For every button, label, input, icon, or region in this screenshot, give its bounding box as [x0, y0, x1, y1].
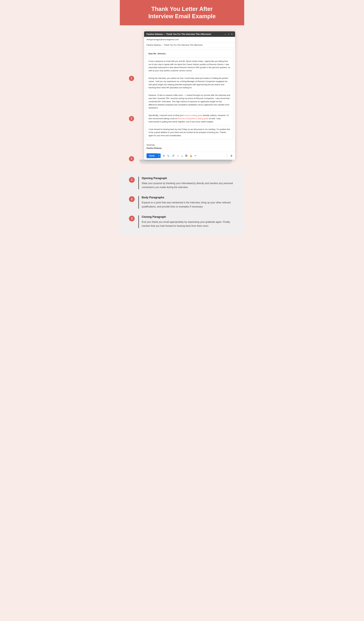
to-field: hiringnmanager@resumegenius.com — [144, 37, 235, 42]
emoji-icon[interactable]: ☺ — [177, 154, 179, 157]
email-body: Dear Ms. Johnson, It was a pleasure to m… — [146, 50, 233, 140]
email-toolbar: Send ▾ A 📎 🔗 ☺ △ 🖼 🔒 ✏ — [144, 152, 235, 160]
close-icon[interactable]: ✕ — [231, 33, 233, 35]
badge-2: 2 — [129, 116, 134, 121]
explanation-number-1: 1 — [129, 177, 135, 183]
pen-icon[interactable]: ✏ — [195, 154, 197, 157]
explanation-title-2: Body Paragraphs — [142, 196, 235, 199]
email-signature: Sincerely, Pauline Delaney — [144, 142, 235, 152]
explanation-text-2: Expand on a point that was mentioned in … — [142, 201, 235, 209]
badge-1: 1 — [129, 76, 134, 81]
maximize-icon[interactable]: ⤢ — [228, 33, 229, 35]
link-icon[interactable]: 🔗 — [172, 154, 175, 157]
font-icon[interactable]: A — [163, 154, 165, 157]
companion-writing-guide-link[interactable]: Resume Companion's writing guide — [177, 117, 208, 120]
attach-icon[interactable]: 📎 — [167, 154, 170, 157]
trash-icon[interactable]: 🗑 — [230, 154, 233, 157]
explanation-title-1: Opening Paragraph — [142, 177, 235, 180]
explanation-content-1: Opening Paragraph State your purpose by … — [138, 177, 235, 190]
resume-writing-guide-link[interactable]: resume writing guide — [184, 114, 202, 117]
email-greeting: Dear Ms. Johnson, — [148, 52, 231, 58]
minimize-icon[interactable]: — — [224, 33, 226, 35]
main-content: 1 2 3 Pauline Delaney — Thank You For Th… — [120, 25, 244, 171]
explanation-text-1: State your purpose by thanking your inte… — [142, 181, 235, 190]
explanation-content-3: Closing Paragraph End your thank you ema… — [138, 215, 235, 228]
email-paragraph-3: I look forward to hearing back by next F… — [148, 128, 231, 137]
laptop-bottom — [139, 160, 232, 163]
email-mockup: Pauline Delaney — Thank You For The Inte… — [144, 31, 235, 160]
email-paragraph-2c: Specifically, I learned much of what you… — [148, 114, 231, 126]
sender-name: Pauline Delaney — [146, 147, 233, 150]
send-button[interactable]: Send — [146, 153, 157, 158]
page-header: Thank You Letter After Interview Email E… — [120, 0, 244, 25]
photo-icon[interactable]: 🖼 — [185, 154, 188, 157]
email-paragraph-1: It was a pleasure to meet with you and M… — [148, 60, 231, 75]
send-dropdown-button[interactable]: ▾ — [157, 154, 161, 158]
explanation-item-3: 3 Closing Paragraph End your thank you e… — [129, 215, 235, 228]
toolbar-right: ⋮ 🗑 — [225, 154, 233, 157]
explanation-number-3: 3 — [129, 216, 135, 221]
badge-3: 3 — [129, 156, 134, 161]
explanation-number-2: 2 — [129, 196, 135, 202]
lock-icon[interactable]: 🔒 — [190, 154, 192, 157]
explanations-section: 1 Opening Paragraph State your purpose b… — [120, 171, 244, 236]
page-title: Thank You Letter After Interview Email E… — [129, 5, 235, 20]
subject-field: Pauline Delaney — Thank You For The Inte… — [144, 42, 235, 48]
more-options-icon[interactable]: ⋮ — [225, 154, 228, 157]
explanation-item-1: 1 Opening Paragraph State your purpose b… — [129, 177, 235, 190]
toolbar-icons: A 📎 🔗 ☺ △ 🖼 🔒 ✏ — [163, 154, 197, 157]
explanation-content-2: Body Paragraphs Expand on a point that w… — [138, 196, 235, 209]
explanation-title-3: Closing Paragraph — [142, 215, 235, 219]
send-button-group: Send ▾ — [146, 153, 161, 158]
window-controls: — ⤢ ✕ — [224, 33, 233, 35]
drive-icon[interactable]: △ — [181, 154, 183, 157]
email-paragraph-2a: During the interview, you asked me how I… — [148, 77, 231, 92]
email-titlebar: Pauline Delaney — Thank You For The Inte… — [144, 31, 235, 37]
email-paragraph-2b: However, I'd like to expand a little mor… — [148, 94, 231, 112]
explanation-text-3: End your thank you email appropriately b… — [142, 220, 235, 228]
explanation-item-2: 2 Body Paragraphs Expand on a point that… — [129, 196, 235, 209]
email-subject-titlebar: Pauline Delaney — Thank You For The Inte… — [146, 33, 211, 35]
dropdown-arrow-icon: ▾ — [158, 155, 159, 157]
